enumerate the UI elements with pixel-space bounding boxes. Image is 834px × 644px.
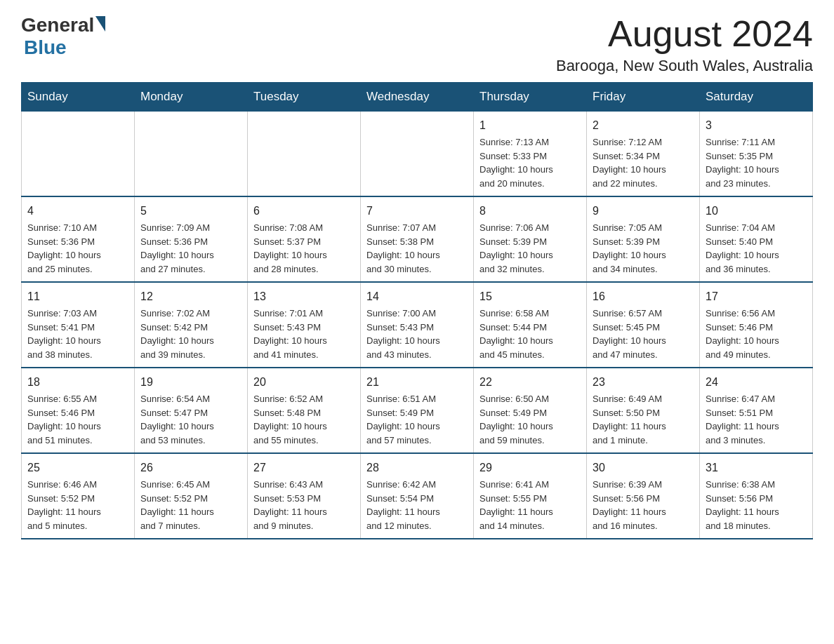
day-info: Sunrise: 6:41 AM Sunset: 5:55 PM Dayligh… xyxy=(479,478,581,532)
day-info: Sunrise: 6:49 AM Sunset: 5:50 PM Dayligh… xyxy=(593,392,694,447)
day-number: 7 xyxy=(366,203,468,220)
day-number: 19 xyxy=(140,374,241,391)
calendar-cell: 13Sunrise: 7:01 AM Sunset: 5:43 PM Dayli… xyxy=(248,282,361,368)
calendar-cell: 10Sunrise: 7:04 AM Sunset: 5:40 PM Dayli… xyxy=(700,196,813,282)
day-info: Sunrise: 6:58 AM Sunset: 5:44 PM Dayligh… xyxy=(479,307,581,361)
calendar-cell: 21Sunrise: 6:51 AM Sunset: 5:49 PM Dayli… xyxy=(361,368,474,453)
calendar-cell: 25Sunrise: 6:46 AM Sunset: 5:52 PM Dayli… xyxy=(22,453,135,539)
day-number: 30 xyxy=(593,459,694,476)
calendar-cell: 30Sunrise: 6:39 AM Sunset: 5:56 PM Dayli… xyxy=(587,453,700,539)
day-info: Sunrise: 6:52 AM Sunset: 5:48 PM Dayligh… xyxy=(253,392,355,447)
calendar-week-row: 4Sunrise: 7:10 AM Sunset: 5:36 PM Daylig… xyxy=(22,196,813,282)
calendar-cell: 11Sunrise: 7:03 AM Sunset: 5:41 PM Dayli… xyxy=(22,282,135,368)
day-info: Sunrise: 7:10 AM Sunset: 5:36 PM Dayligh… xyxy=(27,221,128,276)
logo: General Blue xyxy=(21,14,105,59)
day-number: 15 xyxy=(479,288,581,305)
day-number: 20 xyxy=(253,374,355,391)
calendar-cell: 15Sunrise: 6:58 AM Sunset: 5:44 PM Dayli… xyxy=(474,282,587,368)
day-number: 23 xyxy=(593,374,694,391)
day-number: 29 xyxy=(479,459,581,476)
day-info: Sunrise: 6:43 AM Sunset: 5:53 PM Dayligh… xyxy=(253,478,355,532)
day-number: 26 xyxy=(140,459,241,476)
day-number: 17 xyxy=(706,288,807,305)
day-info: Sunrise: 6:57 AM Sunset: 5:45 PM Dayligh… xyxy=(593,307,694,361)
day-number: 21 xyxy=(366,374,468,391)
calendar-cell: 7Sunrise: 7:07 AM Sunset: 5:38 PM Daylig… xyxy=(361,196,474,282)
day-info: Sunrise: 7:04 AM Sunset: 5:40 PM Dayligh… xyxy=(706,221,807,276)
day-number: 24 xyxy=(706,374,807,391)
calendar-cell: 5Sunrise: 7:09 AM Sunset: 5:36 PM Daylig… xyxy=(135,196,248,282)
day-info: Sunrise: 6:55 AM Sunset: 5:46 PM Dayligh… xyxy=(27,392,128,447)
calendar-cell: 22Sunrise: 6:50 AM Sunset: 5:49 PM Dayli… xyxy=(474,368,587,453)
calendar-week-row: 1Sunrise: 7:13 AM Sunset: 5:33 PM Daylig… xyxy=(22,112,813,197)
day-number: 11 xyxy=(27,288,128,305)
calendar-cell xyxy=(361,112,474,197)
day-info: Sunrise: 7:13 AM Sunset: 5:33 PM Dayligh… xyxy=(479,135,581,190)
calendar-cell: 14Sunrise: 7:00 AM Sunset: 5:43 PM Dayli… xyxy=(361,282,474,368)
day-info: Sunrise: 6:51 AM Sunset: 5:49 PM Dayligh… xyxy=(366,392,468,447)
calendar-cell: 17Sunrise: 6:56 AM Sunset: 5:46 PM Dayli… xyxy=(700,282,813,368)
day-number: 9 xyxy=(593,203,694,220)
day-number: 4 xyxy=(27,203,128,220)
calendar-week-row: 11Sunrise: 7:03 AM Sunset: 5:41 PM Dayli… xyxy=(22,282,813,368)
calendar-cell: 9Sunrise: 7:05 AM Sunset: 5:39 PM Daylig… xyxy=(587,196,700,282)
day-number: 31 xyxy=(706,459,807,476)
day-info: Sunrise: 7:00 AM Sunset: 5:43 PM Dayligh… xyxy=(366,307,468,361)
weekday-header-row: SundayMondayTuesdayWednesdayThursdayFrid… xyxy=(22,83,813,112)
weekday-header-sunday: Sunday xyxy=(22,83,135,112)
day-info: Sunrise: 6:42 AM Sunset: 5:54 PM Dayligh… xyxy=(366,478,468,532)
calendar-cell: 28Sunrise: 6:42 AM Sunset: 5:54 PM Dayli… xyxy=(361,453,474,539)
day-number: 22 xyxy=(479,374,581,391)
day-info: Sunrise: 7:07 AM Sunset: 5:38 PM Dayligh… xyxy=(366,221,468,276)
month-title: August 2024 xyxy=(556,14,813,54)
day-info: Sunrise: 6:56 AM Sunset: 5:46 PM Dayligh… xyxy=(706,307,807,361)
day-info: Sunrise: 6:47 AM Sunset: 5:51 PM Dayligh… xyxy=(706,392,807,447)
day-info: Sunrise: 7:12 AM Sunset: 5:34 PM Dayligh… xyxy=(593,135,694,190)
calendar-cell: 20Sunrise: 6:52 AM Sunset: 5:48 PM Dayli… xyxy=(248,368,361,453)
day-info: Sunrise: 7:06 AM Sunset: 5:39 PM Dayligh… xyxy=(479,221,581,276)
logo-blue-text: Blue xyxy=(24,36,67,59)
calendar-table: SundayMondayTuesdayWednesdayThursdayFrid… xyxy=(21,82,813,539)
calendar-cell: 4Sunrise: 7:10 AM Sunset: 5:36 PM Daylig… xyxy=(22,196,135,282)
day-number: 28 xyxy=(366,459,468,476)
day-number: 10 xyxy=(706,203,807,220)
day-number: 25 xyxy=(27,459,128,476)
calendar-cell: 23Sunrise: 6:49 AM Sunset: 5:50 PM Dayli… xyxy=(587,368,700,453)
calendar-cell: 8Sunrise: 7:06 AM Sunset: 5:39 PM Daylig… xyxy=(474,196,587,282)
weekday-header-saturday: Saturday xyxy=(700,83,813,112)
calendar-cell: 3Sunrise: 7:11 AM Sunset: 5:35 PM Daylig… xyxy=(700,112,813,197)
day-number: 8 xyxy=(479,203,581,220)
calendar-cell xyxy=(248,112,361,197)
calendar-cell: 31Sunrise: 6:38 AM Sunset: 5:56 PM Dayli… xyxy=(700,453,813,539)
calendar-cell: 24Sunrise: 6:47 AM Sunset: 5:51 PM Dayli… xyxy=(700,368,813,453)
weekday-header-tuesday: Tuesday xyxy=(248,83,361,112)
day-info: Sunrise: 7:02 AM Sunset: 5:42 PM Dayligh… xyxy=(140,307,241,361)
day-info: Sunrise: 7:11 AM Sunset: 5:35 PM Dayligh… xyxy=(706,135,807,190)
calendar-cell: 2Sunrise: 7:12 AM Sunset: 5:34 PM Daylig… xyxy=(587,112,700,197)
calendar-week-row: 18Sunrise: 6:55 AM Sunset: 5:46 PM Dayli… xyxy=(22,368,813,453)
calendar-week-row: 25Sunrise: 6:46 AM Sunset: 5:52 PM Dayli… xyxy=(22,453,813,539)
calendar-cell: 29Sunrise: 6:41 AM Sunset: 5:55 PM Dayli… xyxy=(474,453,587,539)
weekday-header-wednesday: Wednesday xyxy=(361,83,474,112)
title-area: August 2024 Barooga, New South Wales, Au… xyxy=(556,14,813,75)
day-number: 2 xyxy=(593,117,694,134)
calendar-cell: 1Sunrise: 7:13 AM Sunset: 5:33 PM Daylig… xyxy=(474,112,587,197)
calendar-cell: 6Sunrise: 7:08 AM Sunset: 5:37 PM Daylig… xyxy=(248,196,361,282)
day-number: 16 xyxy=(593,288,694,305)
day-info: Sunrise: 7:03 AM Sunset: 5:41 PM Dayligh… xyxy=(27,307,128,361)
day-number: 1 xyxy=(479,117,581,134)
weekday-header-friday: Friday xyxy=(587,83,700,112)
calendar-cell: 26Sunrise: 6:45 AM Sunset: 5:52 PM Dayli… xyxy=(135,453,248,539)
day-number: 18 xyxy=(27,374,128,391)
calendar-cell: 18Sunrise: 6:55 AM Sunset: 5:46 PM Dayli… xyxy=(22,368,135,453)
day-info: Sunrise: 6:39 AM Sunset: 5:56 PM Dayligh… xyxy=(593,478,694,532)
day-info: Sunrise: 6:38 AM Sunset: 5:56 PM Dayligh… xyxy=(706,478,807,532)
day-number: 3 xyxy=(706,117,807,134)
day-info: Sunrise: 6:45 AM Sunset: 5:52 PM Dayligh… xyxy=(140,478,241,532)
day-number: 12 xyxy=(140,288,241,305)
page-header: General Blue August 2024 Barooga, New So… xyxy=(21,14,813,75)
logo-triangle-icon xyxy=(95,16,105,32)
calendar-cell xyxy=(135,112,248,197)
day-info: Sunrise: 7:09 AM Sunset: 5:36 PM Dayligh… xyxy=(140,221,241,276)
calendar-cell: 16Sunrise: 6:57 AM Sunset: 5:45 PM Dayli… xyxy=(587,282,700,368)
